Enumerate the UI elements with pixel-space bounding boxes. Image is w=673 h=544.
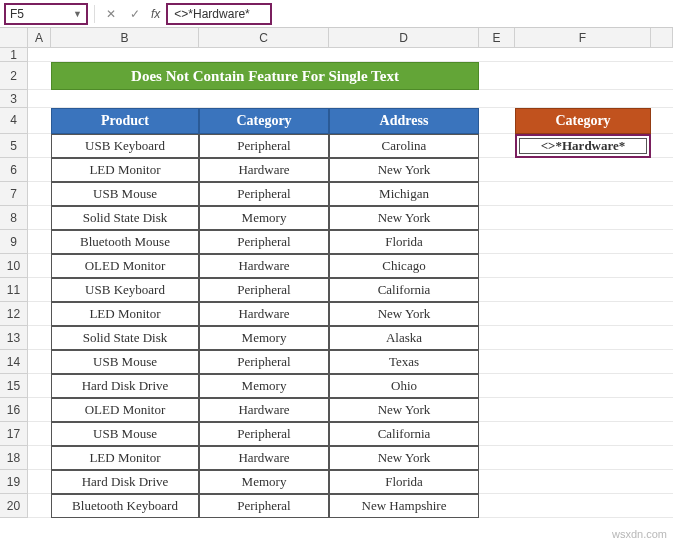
row-head[interactable]: 13 [0,326,28,350]
table-cell[interactable]: Peripheral [199,350,329,374]
table-cell[interactable]: Peripheral [199,278,329,302]
table-cell[interactable]: Peripheral [199,134,329,158]
table-cell[interactable]: Peripheral [199,182,329,206]
table-cell[interactable]: USB Mouse [51,182,199,206]
table-header-category: Category [199,108,329,134]
col-head-C[interactable]: C [199,28,329,48]
fx-label[interactable]: fx [149,7,162,21]
table-cell[interactable]: New York [329,206,479,230]
row-head[interactable]: 2 [0,62,28,90]
table-cell[interactable]: Memory [199,326,329,350]
row-head[interactable]: 11 [0,278,28,302]
formula-bar: F5 ▼ ✕ ✓ fx <>*Hardware* [0,0,673,28]
row-head[interactable]: 9 [0,230,28,254]
row-head[interactable]: 15 [0,374,28,398]
table-cell[interactable]: Texas [329,350,479,374]
row-head[interactable]: 17 [0,422,28,446]
watermark: wsxdn.com [612,528,667,540]
table-cell[interactable]: Bluetooth Mouse [51,230,199,254]
row-head[interactable]: 3 [0,90,28,108]
row-head[interactable]: 19 [0,470,28,494]
table-cell[interactable]: Hardware [199,158,329,182]
table-cell[interactable]: USB Mouse [51,422,199,446]
table-cell[interactable]: New York [329,446,479,470]
select-all-corner[interactable] [0,28,28,48]
table-cell[interactable]: Florida [329,470,479,494]
table-cell[interactable]: Carolina [329,134,479,158]
table-cell[interactable]: New York [329,398,479,422]
table-cell[interactable]: Hardware [199,302,329,326]
row-head[interactable]: 10 [0,254,28,278]
table-cell[interactable]: Peripheral [199,422,329,446]
table-cell[interactable]: Memory [199,206,329,230]
row-head[interactable]: 7 [0,182,28,206]
table-cell[interactable]: Memory [199,374,329,398]
row-head[interactable]: 20 [0,494,28,518]
row-head[interactable]: 16 [0,398,28,422]
table-header-address: Address [329,108,479,134]
table-cell[interactable]: Solid State Disk [51,326,199,350]
separator [94,5,95,23]
chevron-down-icon[interactable]: ▼ [73,9,82,19]
table-cell[interactable]: Hardware [199,398,329,422]
table-cell[interactable]: Hard Disk Drive [51,470,199,494]
table-cell[interactable]: New York [329,158,479,182]
page-title: Does Not Contain Feature For Single Text [51,62,479,90]
name-box-value: F5 [10,7,24,21]
table-cell[interactable]: LED Monitor [51,446,199,470]
table-cell[interactable]: Ohio [329,374,479,398]
row-head[interactable]: 14 [0,350,28,374]
table-cell[interactable]: Hardware [199,446,329,470]
table-cell[interactable]: LED Monitor [51,302,199,326]
row-head[interactable]: 6 [0,158,28,182]
table-header-product: Product [51,108,199,134]
table-cell[interactable]: New York [329,302,479,326]
table-cell[interactable]: Bluetooth Keyboard [51,494,199,518]
enter-icon[interactable]: ✓ [125,4,145,24]
row-head[interactable]: 8 [0,206,28,230]
table-cell[interactable]: Michigan [329,182,479,206]
table-cell[interactable]: Alaska [329,326,479,350]
table-cell[interactable]: LED Monitor [51,158,199,182]
table-cell[interactable]: Hard Disk Drive [51,374,199,398]
table-cell[interactable]: USB Keyboard [51,134,199,158]
col-head-D[interactable]: D [329,28,479,48]
formula-input[interactable]: <>*Hardware* [166,3,272,25]
row-head[interactable]: 12 [0,302,28,326]
spreadsheet-grid[interactable]: A B C D E F 1 2 Does Not Contain Feature… [0,28,673,518]
table-cell[interactable]: Chicago [329,254,479,278]
criteria-header: Category [515,108,651,134]
active-cell[interactable]: <>*Hardware* [515,134,651,158]
col-head-A[interactable]: A [28,28,51,48]
col-head-blank[interactable] [651,28,673,48]
col-head-F[interactable]: F [515,28,651,48]
table-cell[interactable]: OLED Monitor [51,398,199,422]
table-cell[interactable]: Memory [199,470,329,494]
table-cell[interactable]: Florida [329,230,479,254]
col-head-E[interactable]: E [479,28,515,48]
formula-text: <>*Hardware* [174,7,249,21]
row-head[interactable]: 4 [0,108,28,134]
row-head[interactable]: 1 [0,48,28,62]
cancel-icon[interactable]: ✕ [101,4,121,24]
table-cell[interactable]: OLED Monitor [51,254,199,278]
row-head[interactable]: 18 [0,446,28,470]
table-cell[interactable]: California [329,278,479,302]
table-cell[interactable]: USB Mouse [51,350,199,374]
table-cell[interactable]: Solid State Disk [51,206,199,230]
table-cell[interactable]: Peripheral [199,230,329,254]
table-cell[interactable]: USB Keyboard [51,278,199,302]
col-head-B[interactable]: B [51,28,199,48]
name-box[interactable]: F5 ▼ [4,3,88,25]
table-cell[interactable]: California [329,422,479,446]
table-cell[interactable]: Peripheral [199,494,329,518]
table-cell[interactable]: Hardware [199,254,329,278]
row-head[interactable]: 5 [0,134,28,158]
table-cell[interactable]: New Hampshire [329,494,479,518]
